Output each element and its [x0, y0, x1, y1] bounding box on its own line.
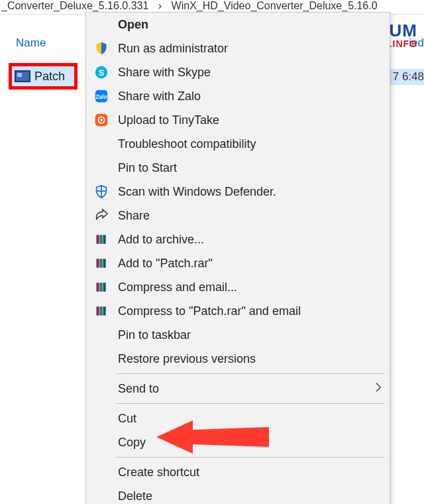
blank-icon	[93, 16, 110, 33]
svg-text:S: S	[99, 68, 105, 78]
svg-rect-18	[97, 283, 99, 291]
svg-rect-23	[103, 306, 106, 315]
svg-rect-13	[100, 235, 103, 243]
winrar-books-icon	[93, 279, 110, 296]
svg-rect-16	[100, 259, 103, 267]
blank-icon	[93, 410, 110, 427]
menu-share-skype[interactable]: S Share with Skype	[86, 60, 390, 84]
patch-file-icon	[15, 70, 30, 82]
blank-icon	[93, 464, 110, 481]
blank-icon	[93, 350, 110, 367]
menu-compress-email[interactable]: Compress and email...	[86, 275, 390, 299]
zalo-icon: Zalo	[93, 88, 110, 105]
blank-icon	[93, 434, 110, 451]
menu-restore-versions[interactable]: Restore previous versions	[86, 347, 390, 371]
share-arrow-icon	[93, 207, 110, 224]
blank-icon	[93, 135, 110, 153]
winrar-books-icon	[93, 302, 110, 320]
menu-add-archive[interactable]: Add to archive...	[86, 227, 390, 251]
menu-pin-taskbar[interactable]: Pin to taskbar	[86, 323, 390, 347]
winrar-books-icon	[93, 255, 110, 272]
blank-icon	[93, 326, 110, 344]
svg-rect-15	[97, 259, 99, 267]
svg-rect-14	[103, 235, 106, 243]
svg-rect-22	[100, 306, 103, 315]
column-header-date[interactable]: ied	[409, 36, 424, 50]
menu-add-patch-rar[interactable]: Add to "Patch.rar"	[86, 251, 390, 275]
svg-rect-21	[97, 306, 99, 315]
svg-rect-17	[103, 259, 106, 267]
svg-point-9	[100, 119, 103, 121]
blank-icon	[93, 487, 110, 504]
chevron-right-icon	[375, 382, 382, 396]
svg-rect-12	[97, 235, 99, 243]
winrar-books-icon	[93, 231, 110, 248]
menu-separator	[117, 373, 384, 374]
menu-open[interactable]: Open	[86, 13, 390, 36]
menu-upload-tinytake[interactable]: Upload to TinyTake	[86, 108, 390, 132]
tinytake-icon	[93, 111, 110, 129]
menu-cut[interactable]: Cut	[86, 407, 390, 430]
skype-icon: S	[93, 64, 110, 81]
blank-icon	[93, 159, 110, 176]
defender-shield-icon	[93, 183, 110, 200]
file-label: Patch	[34, 70, 65, 84]
menu-create-shortcut[interactable]: Create shortcut	[86, 460, 390, 484]
svg-rect-20	[103, 283, 106, 291]
context-menu: Open Run as administrator S Share with S…	[85, 12, 390, 504]
shield-admin-icon	[93, 40, 110, 57]
menu-troubleshoot[interactable]: Troubleshoot compatibility	[86, 132, 390, 156]
breadcrumb-seg[interactable]: _Converter_Deluxe_5.16.0.331	[1, 0, 148, 11]
menu-share[interactable]: Share	[86, 204, 390, 227]
menu-scan-defender[interactable]: Scan with Windows Defender.	[86, 180, 390, 204]
column-header-name[interactable]: Name	[16, 36, 46, 50]
menu-copy[interactable]: Copy	[86, 430, 390, 454]
svg-rect-2	[17, 73, 22, 77]
file-date-value: 7 6:48	[389, 69, 424, 85]
breadcrumb-sep: ›	[158, 0, 162, 11]
menu-separator	[117, 403, 384, 404]
blank-icon	[93, 380, 110, 397]
menu-compress-patch-email[interactable]: Compress to "Patch.rar" and email	[86, 299, 390, 323]
menu-run-as-admin[interactable]: Run as administrator	[86, 36, 390, 60]
menu-send-to[interactable]: Send to	[86, 377, 390, 401]
menu-share-zalo[interactable]: Zalo Share with Zalo	[86, 84, 390, 108]
breadcrumb-seg[interactable]: WinX_HD_Video_Converter_Deluxe_5.16.0	[172, 0, 378, 11]
menu-pin-start[interactable]: Pin to Start	[86, 156, 390, 180]
svg-rect-19	[100, 283, 103, 291]
menu-separator	[117, 457, 384, 458]
file-item-patch[interactable]: Patch	[9, 63, 78, 90]
menu-delete[interactable]: Delete	[86, 484, 390, 504]
svg-text:Zalo: Zalo	[96, 94, 107, 100]
